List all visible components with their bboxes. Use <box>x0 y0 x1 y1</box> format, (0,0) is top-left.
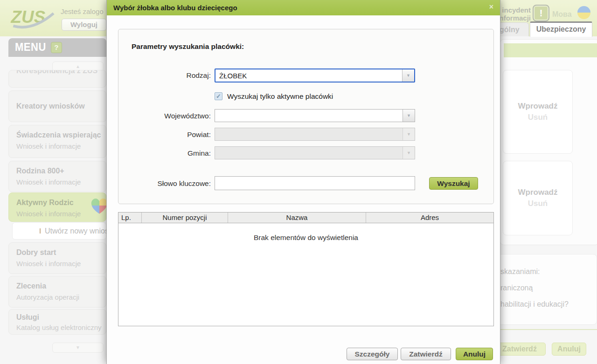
chevron-down-icon[interactable]: ▼ <box>402 69 414 82</box>
results-table-header: Lp. Numer pozycji Nazwa Adres <box>118 213 493 223</box>
commune-select: ▼ <box>215 146 415 159</box>
type-select-value: ŻŁOBEK <box>215 69 402 82</box>
province-select[interactable]: ▼ <box>215 109 415 122</box>
county-select: ▼ <box>215 128 415 141</box>
commune-select-value <box>215 147 403 159</box>
close-icon[interactable]: × <box>489 0 493 14</box>
screen: ZUS Jesteś zalogo Wyloguj incydent nform… <box>0 0 597 364</box>
province-select-value <box>215 110 403 122</box>
column-header-number: Numer pozycji <box>142 213 228 223</box>
details-button[interactable]: Szczegóły <box>347 348 398 360</box>
dialog-titlebar: Wybór żłobka albo klubu dziecięcego × <box>107 0 500 15</box>
chevron-down-icon[interactable]: ▼ <box>403 110 415 122</box>
chevron-down-icon: ▼ <box>403 147 415 159</box>
commune-label: Gmina: <box>122 149 211 158</box>
search-parameters-heading: Parametry wyszukania placówki: <box>132 42 244 51</box>
column-header-lp: Lp. <box>118 213 142 223</box>
results-table: Lp. Numer pozycji Nazwa Adres Brak eleme… <box>118 212 494 326</box>
keyword-input[interactable] <box>215 176 415 190</box>
province-label: Województwo: <box>122 112 211 120</box>
keyword-label: Słowo kluczowe: <box>122 179 211 188</box>
column-header-name: Nazwa <box>228 213 366 223</box>
cancel-button[interactable]: Anuluj <box>456 348 493 360</box>
active-only-label: Wyszukaj tylko aktywne placówki <box>227 92 333 101</box>
nursery-selection-dialog: Wybór żłobka albo klubu dziecięcego × Pa… <box>106 0 500 364</box>
county-label: Powiat: <box>122 130 211 139</box>
search-parameters-panel: Parametry wyszukania placówki: Rodzaj: Ż… <box>118 29 494 204</box>
search-button[interactable]: Wyszukaj <box>429 177 478 190</box>
type-select[interactable]: ŻŁOBEK ▼ <box>215 69 415 82</box>
dialog-title: Wybór żłobka albo klubu dziecięcego <box>107 0 500 15</box>
empty-results-message: Brak elementów do wyświetlenia <box>118 234 493 242</box>
approve-button[interactable]: Zatwierdź <box>401 348 451 360</box>
type-label: Rodzaj: <box>122 71 211 80</box>
chevron-down-icon: ▼ <box>403 128 415 140</box>
county-select-value <box>215 128 403 140</box>
active-only-checkbox[interactable]: ✓ <box>215 92 222 100</box>
column-header-address: Adres <box>366 213 493 223</box>
